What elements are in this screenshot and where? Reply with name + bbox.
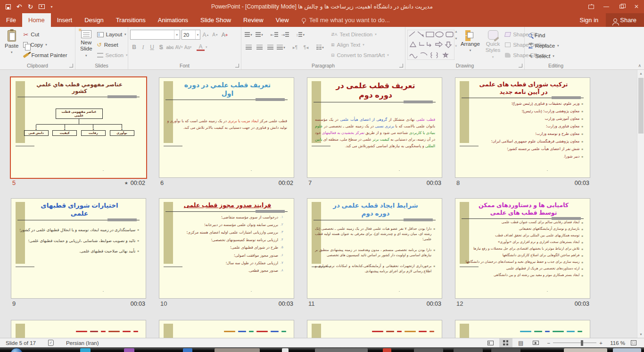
scroll-down-icon[interactable]: ▼ — [637, 331, 644, 338]
slide-thumbnail[interactable]: کامیابی ها و دستاوردهای ممکن توسط قطب ها… — [455, 198, 590, 299]
redo-icon[interactable]: ↻ — [28, 3, 33, 10]
font-name-input[interactable] — [131, 32, 174, 38]
increase-indent-icon[interactable]: ⇥ — [280, 30, 290, 40]
drawing-dialog-launcher-icon[interactable] — [519, 64, 522, 67]
slide-thumbnail[interactable]: عناصر مفهومي قطب هاي علمي كشورعناصر مفهو… — [11, 77, 146, 178]
slide-thumbnail[interactable]: ترکیب شورای قطب های علمی در آیین نامه جد… — [455, 77, 590, 178]
tab-view[interactable]: View — [270, 13, 295, 27]
reading-view-button[interactable]: ▤ — [514, 338, 528, 347]
slideshow-view-button[interactable] — [529, 338, 543, 347]
align-right-button[interactable] — [265, 42, 275, 52]
scrollbar-thumb[interactable] — [638, 78, 644, 134]
slide-thumbnail-partial[interactable] — [455, 320, 590, 338]
quick-styles-button[interactable]: QuickStyles ▾ — [483, 28, 503, 62]
convert-smartart-button[interactable]: ⊟Convert to SmartArt▾ — [329, 50, 391, 60]
tab-review[interactable]: Review — [237, 13, 270, 27]
slide-sorter-pane[interactable]: عناصر مفهومي قطب هاي علمي كشورعناصر مفهو… — [0, 70, 637, 338]
taskbar-app-icon[interactable] — [383, 348, 391, 352]
slide-thumbnail[interactable]: شرایط ایجاد قطب علمی در دوره دوم■دارا بو… — [307, 198, 442, 299]
ribbon-display-options-icon[interactable] — [584, 0, 599, 13]
ltr-direction-button[interactable]: ▸¶ — [290, 42, 300, 52]
clear-formatting-button[interactable]: A◆ — [221, 30, 229, 40]
select-button[interactable]: ⇖Select▾ — [527, 51, 561, 61]
taskbar-app-icon[interactable] — [282, 348, 289, 352]
taskbar-app-icon[interactable] — [183, 348, 192, 352]
numbering-button[interactable]: ▾ — [254, 30, 264, 40]
zoom-slider-thumb[interactable] — [581, 340, 583, 346]
slide-thumbnail-partial[interactable] — [11, 320, 146, 338]
slide-thumbnail[interactable]: اختیارات شورای قطبهای علمی■سیاستگذاری در… — [11, 198, 146, 299]
shapes-gallery[interactable] — [407, 28, 454, 62]
text-direction-button[interactable]: ⇵AText Direction▾ — [329, 29, 391, 40]
align-center-button[interactable] — [254, 42, 264, 52]
paste-button[interactable]: Paste ▾ — [2, 28, 21, 62]
cut-button[interactable]: ✂Cut — [21, 29, 69, 40]
start-slideshow-icon[interactable] — [39, 4, 45, 9]
spell-check-icon[interactable]: ✓ — [48, 340, 54, 346]
layout-button[interactable]: Layout▾ — [95, 29, 130, 40]
taskbar-app-icon[interactable] — [454, 348, 483, 352]
grow-font-button[interactable]: A▲ — [202, 30, 210, 40]
section-button[interactable]: Section▾ — [95, 50, 130, 60]
align-left-button[interactable] — [243, 42, 254, 52]
tab-slide-show[interactable]: Slide Show — [194, 13, 237, 27]
bold-button[interactable]: B — [130, 42, 138, 52]
customize-qat-icon[interactable]: ▾ — [50, 5, 52, 9]
zoom-percentage[interactable]: 116 % — [607, 340, 625, 346]
sign-in-button[interactable]: Sign in — [572, 17, 606, 24]
copy-button[interactable]: Copy▾ — [21, 40, 69, 50]
taskbar-app-icon[interactable] — [124, 348, 134, 352]
scroll-up-icon[interactable]: ▲ — [637, 70, 644, 77]
restore-icon[interactable] — [614, 0, 629, 13]
tab-file[interactable]: File — [0, 13, 22, 27]
decrease-indent-icon[interactable]: ⇤ — [269, 30, 280, 40]
slide-sorter-view-button[interactable] — [499, 338, 512, 347]
share-button[interactable]: Share — [606, 13, 644, 27]
tab-insert[interactable]: Insert — [51, 13, 79, 27]
taskbar-app-icon[interactable] — [414, 348, 443, 352]
tell-me-box[interactable]: Tell me what you want to do... — [302, 13, 390, 27]
zoom-slider[interactable] — [553, 343, 596, 343]
tab-home[interactable]: Home — [22, 13, 51, 27]
font-dialog-launcher-icon[interactable] — [235, 64, 239, 67]
fit-to-window-button[interactable] — [627, 338, 640, 347]
chevron-down-icon[interactable]: ▾ — [195, 30, 200, 39]
undo-icon[interactable]: ↶ — [17, 3, 22, 10]
italic-button[interactable]: I — [139, 42, 147, 52]
taskbar-app-icon[interactable] — [80, 348, 91, 352]
taskbar-app-icon[interactable] — [215, 348, 260, 352]
character-spacing-button[interactable]: AV▾ — [175, 42, 183, 52]
font-size-input[interactable] — [182, 32, 195, 38]
clipboard-dialog-launcher-icon[interactable] — [69, 64, 73, 67]
columns-button[interactable]: ▾ — [315, 42, 325, 52]
slide-thumbnail-partial[interactable] — [307, 320, 442, 338]
taskbar-app-icon[interactable] — [315, 348, 368, 352]
language-indicator[interactable]: Persian (Iran) — [66, 340, 99, 346]
slide-thumbnail[interactable]: فرایند صدور مجوز قطب علمی۱.درخواست از سو… — [159, 198, 294, 299]
font-size-combo[interactable]: ▾ — [182, 30, 200, 40]
zoom-in-button[interactable]: + — [599, 340, 603, 346]
tab-transitions[interactable]: Transitions — [110, 13, 152, 27]
taskbar-app-icon[interactable] — [564, 348, 607, 352]
zoom-out-button[interactable]: − — [547, 340, 551, 346]
underline-button[interactable]: U — [148, 42, 156, 52]
normal-view-button[interactable] — [484, 338, 497, 347]
taskbar-app-icon[interactable] — [613, 348, 641, 352]
change-case-button[interactable]: Aa▾ — [184, 42, 192, 52]
tab-design[interactable]: Design — [78, 13, 109, 27]
font-name-combo[interactable]: ▾ — [130, 30, 180, 40]
text-shadow-button[interactable]: S — [157, 42, 165, 52]
minimize-icon[interactable]: — — [599, 0, 614, 13]
slide-thumbnail[interactable]: تعريف قطب علمي در دوره اولقطب علمی مرکز … — [159, 77, 294, 178]
shrink-font-button[interactable]: A▼ — [211, 30, 219, 40]
taskbar-app-icon[interactable] — [491, 348, 520, 352]
justify-button[interactable]: ▾ — [276, 42, 286, 52]
arrange-button[interactable]: Arrange ▾ — [458, 28, 483, 62]
bullets-button[interactable]: ▾ — [243, 30, 254, 40]
find-button[interactable]: Find — [527, 30, 561, 41]
vertical-scrollbar[interactable]: ▲ ▼ — [637, 70, 644, 338]
tab-animations[interactable]: Animations — [152, 13, 194, 27]
line-spacing-button[interactable]: ↕▾ — [295, 30, 305, 40]
close-icon[interactable]: ✕ — [629, 0, 644, 13]
rtl-direction-button[interactable]: ¶◂ — [301, 42, 311, 52]
